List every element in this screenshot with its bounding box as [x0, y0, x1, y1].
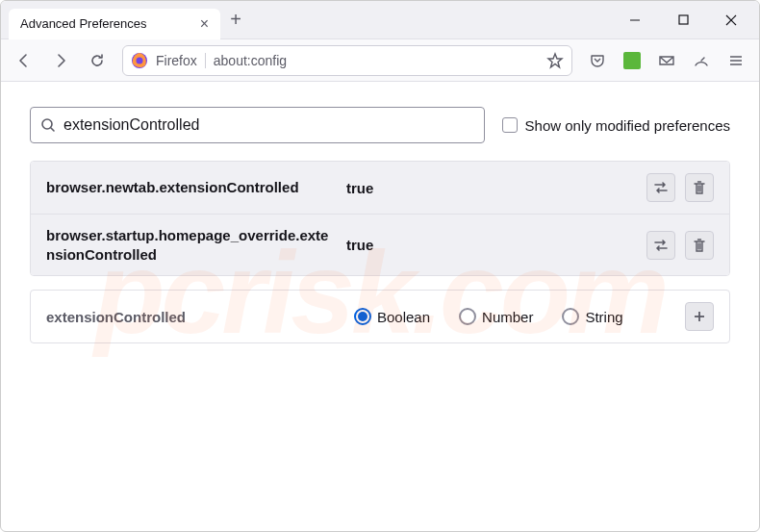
- search-input[interactable]: [63, 116, 474, 134]
- pocket-icon[interactable]: [582, 45, 613, 76]
- pref-name: browser.newtab.extensionControlled: [46, 178, 335, 197]
- modified-only-checkbox[interactable]: [502, 117, 518, 133]
- firefox-logo-icon: [131, 52, 148, 69]
- browser-tab[interactable]: Advanced Preferences ×: [9, 9, 220, 39]
- maximize-button[interactable]: [663, 6, 703, 35]
- add-pref-button[interactable]: [685, 302, 714, 331]
- tab-title: Advanced Preferences: [20, 16, 147, 31]
- radio-label: Boolean: [377, 309, 430, 325]
- toggle-button[interactable]: [646, 173, 675, 202]
- new-pref-name: extensionControlled: [46, 309, 335, 325]
- back-button[interactable]: [9, 45, 39, 76]
- new-tab-button[interactable]: +: [220, 5, 251, 36]
- search-icon: [40, 117, 56, 133]
- window-controls: [615, 6, 751, 35]
- delete-button[interactable]: [685, 231, 714, 260]
- prefs-table: browser.newtab.extensionControlled true …: [30, 161, 730, 276]
- radio-icon: [562, 308, 579, 325]
- minimize-button[interactable]: [615, 6, 655, 35]
- close-tab-icon[interactable]: ×: [200, 16, 209, 32]
- inbox-icon[interactable]: [651, 45, 682, 76]
- svg-point-5: [137, 57, 143, 63]
- new-pref-row: extensionControlled Boolean Number Strin…: [30, 290, 730, 343]
- hamburger-menu-icon[interactable]: [721, 45, 751, 76]
- radio-label: String: [585, 309, 622, 325]
- config-search-box[interactable]: [30, 107, 485, 143]
- titlebar: Advanced Preferences × +: [1, 1, 759, 39]
- delete-button[interactable]: [685, 173, 714, 202]
- extension-icon[interactable]: [617, 45, 647, 76]
- pref-row: browser.newtab.extensionControlled true: [31, 162, 729, 215]
- modified-only-label: Show only modified preferences: [525, 117, 730, 134]
- radio-icon: [354, 308, 371, 325]
- forward-button[interactable]: [45, 45, 76, 76]
- type-radio-string[interactable]: String: [562, 308, 622, 325]
- svg-line-10: [51, 128, 54, 131]
- url-bar[interactable]: Firefox about:config: [122, 45, 572, 76]
- reload-button[interactable]: [82, 45, 113, 76]
- type-radio-group: Boolean Number String: [354, 308, 666, 325]
- bookmark-star-icon[interactable]: [546, 52, 564, 69]
- type-radio-boolean[interactable]: Boolean: [354, 308, 430, 325]
- page-content: Show only modified preferences browser.n…: [1, 82, 759, 368]
- navigation-toolbar: Firefox about:config: [1, 39, 759, 82]
- pref-row: browser.startup.homepage_override.extens…: [31, 215, 729, 275]
- radio-label: Number: [482, 309, 533, 325]
- radio-icon: [459, 308, 476, 325]
- url-identity-label: Firefox: [156, 53, 206, 68]
- pref-value: true: [346, 237, 635, 253]
- modified-only-checkbox-row[interactable]: Show only modified preferences: [502, 117, 730, 134]
- toggle-button[interactable]: [646, 231, 675, 260]
- url-text: about:config: [214, 53, 287, 68]
- browser-window: Advanced Preferences × +: [0, 0, 760, 532]
- close-window-button[interactable]: [711, 6, 751, 35]
- dashboard-icon[interactable]: [686, 45, 717, 76]
- type-radio-number[interactable]: Number: [459, 308, 533, 325]
- svg-rect-1: [679, 15, 688, 24]
- pref-name: browser.startup.homepage_override.extens…: [46, 226, 335, 264]
- pref-value: true: [346, 180, 635, 196]
